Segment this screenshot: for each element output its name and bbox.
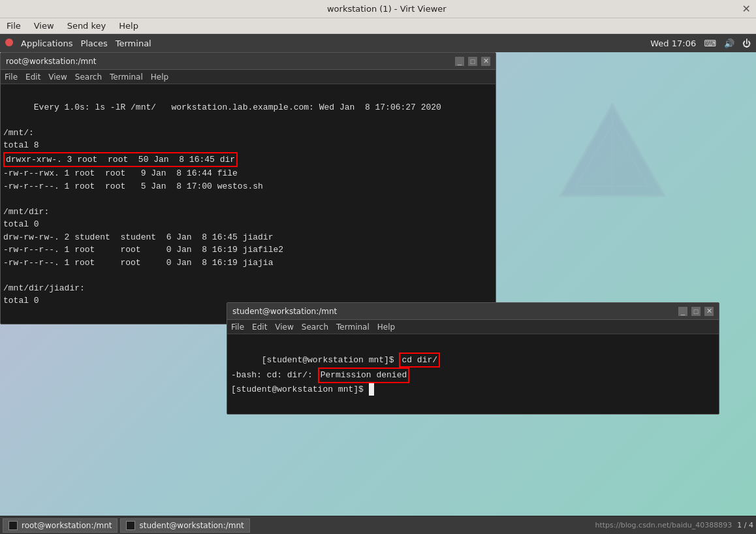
root-terminal-minimize[interactable]: _ bbox=[455, 57, 464, 66]
outer-menu-file[interactable]: File bbox=[3, 20, 25, 32]
page-number: 1 / 4 bbox=[737, 521, 753, 529]
student-term-menu-search[interactable]: Search bbox=[302, 322, 328, 332]
virt-viewer-logo bbox=[547, 91, 678, 222]
root-term-line12: -rw-r--r--. 1 root root 0 Jan 8 16:19 ji… bbox=[3, 245, 283, 255]
student-term-error-highlight: Permission denied bbox=[318, 368, 410, 383]
taskbar-item-student[interactable]: student@workstation:/mnt bbox=[120, 518, 249, 533]
root-term-line4: total 8 bbox=[3, 140, 39, 150]
volume-icon: 🔊 bbox=[724, 39, 734, 48]
root-terminal-window: root@workstation:/mnt _ □ ✕ File Edit Vi… bbox=[0, 52, 496, 324]
root-term-line13: -rw-r--r--. 1 root root 0 Jan 8 16:19 ji… bbox=[3, 258, 273, 268]
student-terminal-close[interactable]: ✕ bbox=[704, 307, 714, 316]
student-term-line2: -bash: cd: dir/: Permission denied bbox=[231, 370, 409, 380]
student-terminal-title-bar: student@workstation:/mnt _ □ ✕ bbox=[227, 303, 719, 320]
root-terminal-close[interactable]: ✕ bbox=[481, 57, 490, 66]
student-terminal-buttons: _ □ ✕ bbox=[678, 307, 714, 316]
student-terminal-maximize[interactable]: □ bbox=[691, 307, 701, 316]
main-area: root@workstation:/mnt _ □ ✕ File Edit Vi… bbox=[0, 52, 756, 534]
power-icon: ⏻ bbox=[742, 39, 751, 48]
system-bar-left: Applications Places Terminal bbox=[5, 39, 151, 48]
root-term-line11: drw-rw-rw-. 2 student student 6 Jan 8 16… bbox=[3, 232, 273, 242]
root-terminal-title: root@workstation:/mnt bbox=[6, 57, 96, 66]
outer-menu-view[interactable]: View bbox=[30, 20, 58, 32]
student-term-menu-view[interactable]: View bbox=[275, 322, 293, 332]
clock: Wed 17:06 bbox=[650, 39, 696, 48]
window-title: workstation (1) - Virt Viewer bbox=[31, 4, 742, 14]
student-term-menu-terminal[interactable]: Terminal bbox=[336, 322, 370, 332]
root-term-line9: /mnt/dir: bbox=[3, 207, 49, 217]
student-terminal-minimize[interactable]: _ bbox=[678, 307, 687, 316]
app-dot bbox=[5, 39, 13, 48]
network-icon: ⌨ bbox=[704, 39, 716, 48]
student-terminal-menu-bar: File Edit View Search Terminal Help bbox=[227, 320, 719, 334]
student-term-menu-edit[interactable]: Edit bbox=[252, 322, 267, 332]
root-term-menu-edit[interactable]: Edit bbox=[25, 72, 40, 82]
student-terminal-content: [student@workstation mnt]$ cd dir/ -bash… bbox=[227, 334, 719, 414]
root-term-menu-search[interactable]: Search bbox=[75, 72, 102, 82]
outer-menu-sendkey[interactable]: Send key bbox=[63, 20, 110, 32]
student-term-cmd-highlight: cd dir/ bbox=[399, 353, 440, 368]
root-term-line5: drwxr-xrw-. 3 root root 50 Jan 8 16:45 d… bbox=[3, 155, 238, 165]
root-terminal-maximize[interactable]: □ bbox=[468, 57, 477, 66]
places-label[interactable]: Places bbox=[80, 39, 107, 48]
student-term-menu-help[interactable]: Help bbox=[377, 322, 395, 332]
root-term-menu-help[interactable]: Help bbox=[151, 72, 168, 82]
root-term-line7: -rw-r--r--. 1 root root 5 Jan 8 17:00 we… bbox=[3, 181, 263, 191]
root-term-menu-file[interactable]: File bbox=[5, 72, 18, 82]
close-button[interactable]: ✕ bbox=[742, 3, 751, 15]
student-term-line3: [student@workstation mnt]$ bbox=[231, 385, 374, 394]
taskbar-item-student-label: student@workstation:/mnt bbox=[139, 521, 244, 530]
watermark-text: https://blog.csdn.net/baidu_40388893 bbox=[595, 521, 732, 529]
outer-menu-help[interactable]: Help bbox=[115, 20, 142, 32]
taskbar-icon-root bbox=[8, 521, 18, 530]
root-terminal-menu-bar: File Edit View Search Terminal Help bbox=[1, 70, 496, 84]
root-term-line2 bbox=[3, 115, 8, 125]
system-bar-right: Wed 17:06 ⌨ 🔊 ⏻ bbox=[650, 39, 751, 48]
student-term-menu-file[interactable]: File bbox=[231, 322, 244, 332]
root-term-menu-view[interactable]: View bbox=[48, 72, 67, 82]
terminal-label[interactable]: Terminal bbox=[116, 39, 151, 48]
root-term-line6: -rw-r--rwx. 1 root root 9 Jan 8 16:44 fi… bbox=[3, 168, 238, 178]
applications-label[interactable]: Applications bbox=[21, 39, 72, 48]
root-term-highlight-dir: drwxr-xrw-. 3 root root 50 Jan 8 16:45 d… bbox=[3, 152, 238, 168]
root-term-menu-terminal[interactable]: Terminal bbox=[110, 72, 143, 82]
root-term-line3: /mnt/: bbox=[3, 128, 34, 138]
root-terminal-title-bar: root@workstation:/mnt _ □ ✕ bbox=[1, 53, 496, 70]
root-terminal-content: Every 1.0s: ls -lR /mnt/ workstation.lab… bbox=[1, 84, 496, 324]
student-terminal-window: student@workstation:/mnt _ □ ✕ File Edit… bbox=[227, 302, 719, 415]
taskbar-item-root-label: root@workstation:/mnt bbox=[22, 521, 112, 530]
root-term-line16: total 0 bbox=[3, 296, 39, 306]
taskbar-item-root[interactable]: root@workstation:/mnt bbox=[3, 518, 118, 533]
taskbar-icon-student bbox=[126, 521, 135, 530]
student-term-line1: [student@workstation mnt]$ cd dir/ bbox=[262, 355, 440, 365]
student-terminal-title: student@workstation:/mnt bbox=[232, 307, 337, 316]
root-terminal-buttons: _ □ ✕ bbox=[455, 57, 490, 66]
root-term-line10: total 0 bbox=[3, 219, 39, 229]
outer-menu-bar: File View Send key Help bbox=[0, 18, 756, 34]
taskbar: root@workstation:/mnt student@workstatio… bbox=[0, 516, 756, 534]
root-term-line8 bbox=[3, 194, 8, 204]
title-bar: workstation (1) - Virt Viewer ✕ bbox=[0, 0, 756, 18]
root-term-line1: Every 1.0s: ls -lR /mnt/ workstation.lab… bbox=[34, 102, 441, 112]
system-bar: Applications Places Terminal Wed 17:06 ⌨… bbox=[0, 34, 756, 52]
root-term-line14 bbox=[3, 270, 8, 280]
root-term-line15: /mnt/dir/jiadir: bbox=[3, 283, 85, 293]
